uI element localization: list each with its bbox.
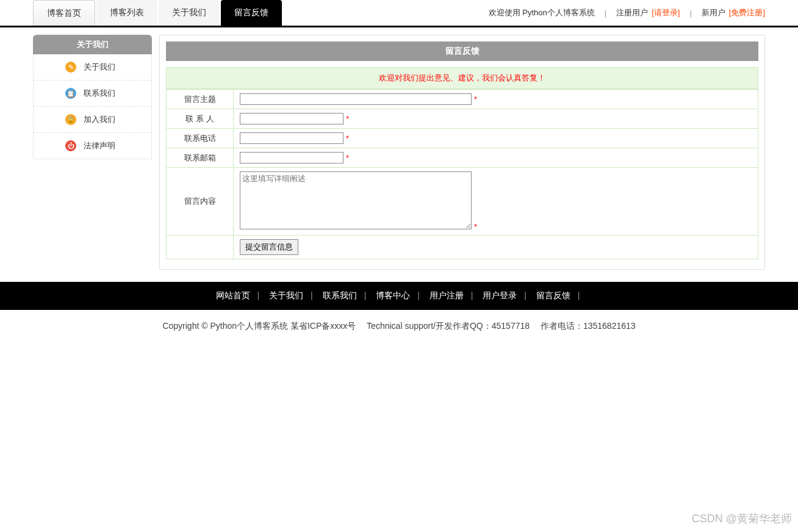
required-mark: * — [346, 114, 349, 123]
sidebar-item-label: 关于我们 — [84, 62, 115, 73]
footer-nav: 网站首页| 关于我们| 联系我们| 博客中心| 用户注册| 用户登录| 留言反馈… — [0, 282, 798, 310]
sidebar-item-label: 法律声明 — [84, 140, 115, 151]
copyright-text: Copyright © Python个人博客系统 某省ICP备xxxx号 Tec… — [0, 310, 798, 343]
notice-banner: 欢迎对我们提出意见、建议，我们会认真答复！ — [166, 67, 758, 89]
header-right: 欢迎使用 Python个人博客系统 | 注册用户 [请登录] | 新用户 [免费… — [489, 0, 765, 26]
label-email: 联系邮箱 — [167, 148, 234, 168]
login-prefix: 注册用户 — [616, 7, 648, 18]
label-contact: 联 系 人 — [167, 109, 234, 129]
footer-link-login[interactable]: 用户登录 — [483, 290, 517, 300]
nav-tab-about[interactable]: 关于我们 — [159, 0, 220, 26]
label-phone: 联系电话 — [167, 129, 234, 148]
sidebar-item-label: 联系我们 — [84, 88, 115, 99]
lock-icon: 🔒 — [65, 114, 76, 125]
sidebar-item-label: 加入我们 — [84, 114, 115, 125]
footer-link-blog[interactable]: 博客中心 — [376, 290, 410, 300]
footer-link-about[interactable]: 关于我们 — [269, 290, 303, 300]
nav-tab-home[interactable]: 博客首页 — [33, 0, 95, 26]
contact-input[interactable] — [240, 113, 343, 124]
footer-link-register[interactable]: 用户注册 — [430, 290, 464, 300]
panel-title: 留言反馈 — [166, 41, 758, 61]
separator: | — [605, 9, 606, 18]
content-textarea[interactable] — [240, 171, 472, 229]
label-subject: 留言主题 — [167, 90, 234, 109]
footer-link-home[interactable]: 网站首页 — [216, 290, 250, 300]
register-link[interactable]: [免费注册] — [729, 7, 765, 18]
nav-tab-feedback[interactable]: 留言反馈 — [221, 0, 282, 26]
sidebar-item-contact[interactable]: 📋 联系我们 — [34, 81, 151, 107]
label-content: 留言内容 — [167, 168, 234, 235]
required-mark: * — [346, 134, 349, 143]
email-input[interactable] — [240, 152, 343, 164]
sidebar: 关于我们 ✎ 关于我们 📋 联系我们 🔒 加入我们 ⏻ 法律声明 — [33, 35, 152, 270]
required-mark: * — [474, 95, 477, 104]
register-prefix: 新用户 — [702, 7, 725, 18]
welcome-text: 欢迎使用 Python个人博客系统 — [489, 7, 595, 18]
pencil-icon: ✎ — [65, 62, 76, 73]
footer-link-contact[interactable]: 联系我们 — [323, 290, 357, 300]
label-empty — [167, 235, 234, 259]
clipboard-icon: 📋 — [65, 88, 76, 99]
required-mark: * — [474, 222, 477, 231]
required-mark: * — [346, 153, 349, 162]
sidebar-item-join[interactable]: 🔒 加入我们 — [34, 107, 151, 133]
sidebar-item-legal[interactable]: ⏻ 法律声明 — [34, 133, 151, 159]
feedback-form: 留言主题 * 联 系 人 * 联系电话 * 联系邮箱 * 留言内容 * 提交留言… — [166, 89, 758, 259]
footer-link-feedback[interactable]: 留言反馈 — [536, 290, 570, 300]
power-icon: ⏻ — [65, 140, 76, 151]
separator: | — [689, 9, 691, 18]
submit-button[interactable]: 提交留言信息 — [240, 239, 298, 255]
main-nav: 博客首页 博客列表 关于我们 留言反馈 — [33, 0, 283, 26]
sidebar-item-about[interactable]: ✎ 关于我们 — [34, 54, 151, 81]
sidebar-title: 关于我们 — [33, 35, 152, 54]
subject-input[interactable] — [240, 93, 472, 105]
nav-tab-list[interactable]: 博客列表 — [96, 0, 157, 26]
phone-input[interactable] — [240, 132, 343, 144]
main-panel: 留言反馈 欢迎对我们提出意见、建议，我们会认真答复！ 留言主题 * 联 系 人 … — [159, 35, 765, 270]
login-link[interactable]: [请登录] — [652, 7, 680, 18]
